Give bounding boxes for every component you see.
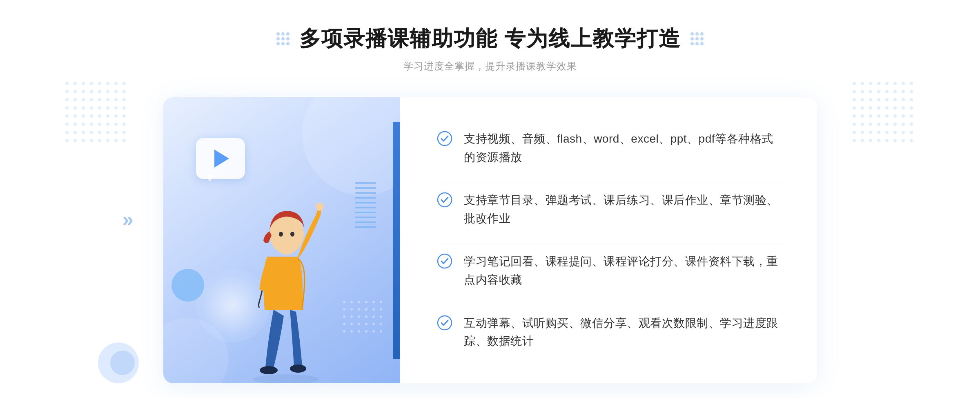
svg-point-9 (438, 193, 452, 207)
blue-accent-bar (393, 122, 400, 359)
feature-item: 互动弹幕、试听购买、微信分享、观看次数限制、学习进度跟踪、数据统计 (437, 306, 784, 359)
svg-point-6 (290, 232, 294, 237)
person-illustration (188, 163, 384, 383)
svg-point-2 (290, 364, 306, 373)
svg-point-5 (279, 232, 283, 237)
check-icon-3 (437, 253, 452, 269)
check-icon-1 (437, 131, 452, 146)
feature-item: 学习笔记回看、课程提问、课程评论打分、课件资料下载，重点内容收藏 (437, 244, 784, 297)
svg-point-1 (260, 366, 278, 374)
svg-point-11 (438, 316, 452, 330)
title-decorator-right (690, 32, 704, 45)
page-wrapper: » 多项录播课辅助功能 专为线上教学打造 学习进度全掌握，提升录播课教学效果 (0, 0, 980, 398)
title-decorator-left (276, 32, 290, 45)
main-title: 多项录播课辅助功能 专为线上教学打造 (299, 25, 681, 53)
right-features-panel: 支持视频、音频、flash、word、excel、ppt、pdf等各种格式的资源… (400, 97, 817, 383)
check-icon-4 (437, 315, 452, 331)
sub-title: 学习进度全掌握，提升录播课教学效果 (0, 60, 980, 73)
bg-dots-right (853, 82, 915, 144)
svg-point-8 (438, 132, 452, 145)
svg-point-0 (253, 374, 318, 383)
left-illustration-panel (163, 97, 400, 383)
outer-arrow-left-icon: » (122, 208, 134, 230)
feature-text-2: 支持章节目录、弹题考试、课后练习、课后作业、章节测验、批改作业 (464, 191, 784, 228)
person-svg (220, 171, 351, 383)
title-row: 多项录播课辅助功能 专为线上教学打造 (0, 25, 980, 53)
svg-point-7 (316, 203, 324, 211)
header-section: 多项录播课辅助功能 专为线上教学打造 学习进度全掌握，提升录播课教学效果 (0, 25, 980, 73)
feature-item: 支持章节目录、弹题考试、课后练习、课后作业、章节测验、批改作业 (437, 183, 784, 236)
feature-text-3: 学习笔记回看、课程提问、课程评论打分、课件资料下载，重点内容收藏 (464, 253, 784, 289)
feature-text-1: 支持视频、音频、flash、word、excel、ppt、pdf等各种格式的资源… (464, 130, 784, 167)
check-icon-2 (437, 192, 452, 208)
feature-text-4: 互动弹幕、试听购买、微信分享、观看次数限制、学习进度跟踪、数据统计 (464, 314, 784, 351)
main-content: 支持视频、音频、flash、word、excel、ppt、pdf等各种格式的资源… (163, 97, 817, 383)
blue-circle-bottom-left-inner (110, 351, 135, 375)
svg-point-10 (438, 254, 452, 268)
bg-dots-left (65, 82, 127, 144)
feature-item: 支持视频、音频、flash、word、excel、ppt、pdf等各种格式的资源… (437, 122, 784, 175)
